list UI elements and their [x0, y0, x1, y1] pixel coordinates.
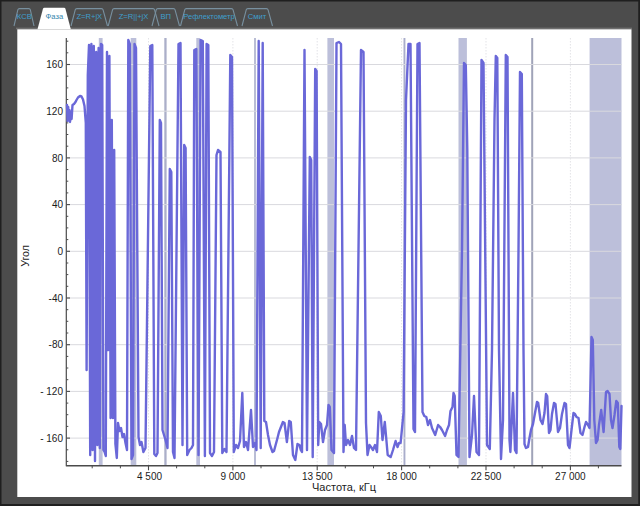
- svg-text:КСВ: КСВ: [17, 12, 32, 21]
- svg-text:Z=R||+jX: Z=R||+jX: [119, 12, 149, 21]
- svg-text:80: 80: [52, 153, 64, 164]
- svg-text:160: 160: [46, 59, 63, 70]
- svg-text:0: 0: [57, 246, 63, 257]
- svg-text:Фаза: Фаза: [45, 12, 63, 21]
- svg-text:Смит: Смит: [248, 12, 267, 21]
- svg-text:27 000: 27 000: [555, 471, 586, 482]
- svg-text:4 500: 4 500: [137, 471, 162, 482]
- svg-text:- 160: - 160: [40, 433, 63, 444]
- svg-text:Частота, кГц: Частота, кГц: [312, 481, 377, 493]
- svg-text:ВП: ВП: [161, 12, 172, 21]
- svg-text:- 120: - 120: [40, 386, 63, 397]
- svg-text:9 000: 9 000: [220, 471, 245, 482]
- svg-text:120: 120: [46, 106, 63, 117]
- svg-text:Z=R+jX: Z=R+jX: [76, 12, 102, 21]
- svg-text:22 500: 22 500: [471, 471, 502, 482]
- svg-text:-40: -40: [49, 293, 64, 304]
- svg-text:18 000: 18 000: [386, 471, 417, 482]
- svg-text:Рефлектометр: Рефлектометр: [183, 12, 235, 21]
- svg-text:-80: -80: [49, 339, 64, 350]
- svg-text:Угол: Угол: [19, 245, 31, 267]
- svg-text:40: 40: [52, 199, 64, 210]
